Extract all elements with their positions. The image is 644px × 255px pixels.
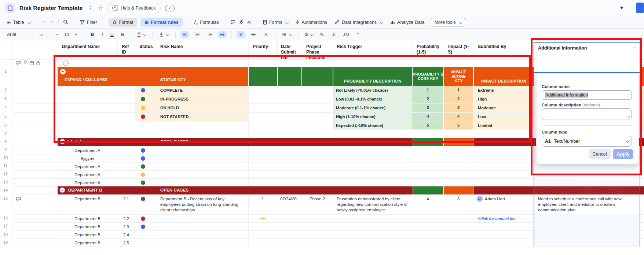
redo-icon[interactable]: ↷ [49, 19, 54, 26]
impact-score[interactable]: 3 [444, 105, 473, 110]
emoji-icon[interactable]: ☺ [246, 19, 252, 25]
row-number[interactable]: 16 [0, 216, 11, 220]
column-header-date-submitted[interactable]: Date Submit [281, 44, 299, 55]
title-menu-icon[interactable]: ⋮ [87, 5, 94, 11]
contact-list-link[interactable]: *click for contact list [478, 216, 516, 221]
increase-decimal-button[interactable]: .00 [341, 31, 351, 38]
text-wrap-button[interactable] [218, 31, 227, 38]
column-menu-kebab-icon[interactable]: ⋮ [632, 45, 637, 50]
cell-risk-trigger[interactable]: Frustration demonstrated by client regar… [337, 196, 409, 213]
row-number[interactable]: 17 [0, 224, 11, 228]
impact-desc[interactable]: High [478, 96, 487, 102]
status-dot[interactable] [141, 156, 145, 161]
group-b-band[interactable] [58, 186, 412, 194]
gutter-comment-icon[interactable] [16, 61, 21, 65]
fill-color-button[interactable] [157, 31, 171, 38]
impact-desc[interactable]: Moderate [478, 105, 496, 111]
column-header-project-phase[interactable]: Project Phase [306, 44, 326, 55]
status-key-label[interactable]: ON HOLD [160, 105, 179, 111]
status-key-label[interactable]: COMPLETE [160, 88, 183, 93]
cell-ref-id[interactable]: 2.2 [117, 216, 135, 222]
row-number[interactable]: 11 [0, 164, 11, 168]
font-size-value[interactable]: 10 [64, 32, 69, 37]
cell-risk-name[interactable]: Department B - Recent loss of key employ… [160, 196, 245, 213]
probability-score[interactable]: 3 [412, 105, 443, 110]
probability-desc[interactable]: Low (0.01 -0.1% chance) [336, 96, 383, 102]
info-icon[interactable]: i [63, 61, 69, 66]
analyze-data-button[interactable]: Analyze Data [388, 18, 427, 26]
status-key-label[interactable]: NOT STARTED [160, 114, 189, 120]
impact-score[interactable]: 5 [444, 123, 473, 127]
attachment-icon[interactable] [239, 20, 243, 25]
status-dot[interactable] [141, 225, 145, 229]
cancel-button[interactable]: Cancel [589, 149, 611, 159]
align-right-button[interactable] [205, 31, 214, 38]
automations-button[interactable]: Automations [293, 18, 329, 26]
bold-button[interactable]: B [89, 31, 96, 38]
row-number[interactable]: 14 [0, 188, 11, 192]
cell-ref-id[interactable]: 2.5 [117, 240, 135, 246]
row-number[interactable]: 3 [0, 96, 11, 101]
row-number[interactable]: 4 [0, 105, 11, 110]
group-a-open-cases[interactable]: OPEN CASES [160, 139, 189, 144]
valign-top-button[interactable] [237, 31, 245, 38]
addinfo-column-header[interactable]: Additional Information ⋮ [534, 42, 640, 73]
group-a-collapse-icon[interactable]: ▾ [60, 139, 65, 144]
cell-priority[interactable]: — [248, 216, 277, 221]
row-number[interactable]: 8 [0, 139, 11, 144]
row-number[interactable]: 12 [0, 172, 11, 176]
text-color-button[interactable]: A [136, 30, 147, 38]
format-rules-button[interactable]: ⊞ Format rules [140, 18, 183, 27]
column-header-submitted-by[interactable]: Submitted By [478, 44, 526, 50]
format-button[interactable]: Format [109, 18, 138, 27]
cell-department[interactable]: Department B [58, 216, 117, 222]
probability-desc[interactable]: High (1-10% chance) [336, 114, 376, 120]
cell-date-submitted[interactable]: 07/24/20 [280, 196, 297, 202]
column-description-input[interactable] [542, 108, 632, 120]
cell-project-phase[interactable]: Phase 2 [302, 196, 333, 202]
column-header-probability[interactable]: Probability (1-5) [417, 44, 444, 55]
valign-bottom-button[interactable] [261, 31, 270, 38]
data-integrations-button[interactable]: Data Integrations [333, 18, 385, 26]
cell-impact[interactable]: 3 [444, 197, 473, 201]
cell-department[interactable]: Department B [58, 224, 117, 230]
row-number[interactable]: 15 [0, 196, 11, 200]
status-dot[interactable] [141, 114, 145, 119]
favorite-star-icon[interactable]: ☆ [98, 5, 103, 11]
group-b-name[interactable]: DEPARTMENT B [68, 188, 102, 192]
impact-desc[interactable]: Extreme [478, 88, 494, 93]
row-number[interactable]: 10 [0, 156, 11, 160]
status-key-label[interactable]: IN-PROGRESS [160, 96, 189, 102]
cell-additional-information[interactable]: Need to schedule a conference call with … [538, 196, 636, 213]
cell-department[interactable]: Department B [58, 196, 117, 202]
cell-ref-id[interactable]: 2.3 [117, 224, 135, 230]
status-dot[interactable] [141, 216, 145, 221]
column-type-select[interactable]: A1 Text/Number [542, 136, 632, 147]
user-avatar[interactable] [636, 3, 644, 13]
row-number[interactable]: 2 [0, 88, 11, 92]
group-a-band[interactable] [58, 138, 412, 146]
cell-department[interactable]: Department A [58, 164, 117, 170]
probability-desc[interactable]: Expected (>10% chance) [336, 123, 383, 128]
key-header-green-cell[interactable] [302, 67, 333, 86]
probability-description-header[interactable]: PROBABILITY DESCRIPTION [333, 67, 412, 86]
column-header-priority[interactable]: Priority [253, 44, 275, 50]
column-name-input[interactable]: Additional Information [542, 90, 632, 100]
strikethrough-button[interactable]: S [119, 31, 126, 38]
cell-ref-id[interactable]: 2.4 [117, 232, 135, 238]
gutter-lock-icon[interactable] [36, 61, 40, 65]
key-header-green-cell[interactable] [277, 67, 301, 86]
cell-department[interactable]: Department B [58, 240, 117, 246]
cell-department[interactable]: Department A [58, 180, 117, 186]
cell-priority[interactable]: ! [248, 196, 277, 201]
group-b-collapse-icon[interactable]: ▾ [60, 187, 65, 193]
status-dot[interactable] [141, 181, 145, 185]
cell-department[interactable]: Department A [58, 172, 117, 178]
column-header-department[interactable]: Department Name [62, 44, 113, 50]
percent-format-button[interactable]: % [318, 31, 326, 38]
undo-icon[interactable]: ↶ [41, 19, 46, 26]
comment-icon[interactable] [230, 20, 235, 25]
row-number[interactable]: 19 [0, 240, 11, 244]
impact-score[interactable]: 4 [444, 114, 473, 119]
column-header-risk-trigger[interactable]: Risk Trigger [337, 44, 381, 50]
